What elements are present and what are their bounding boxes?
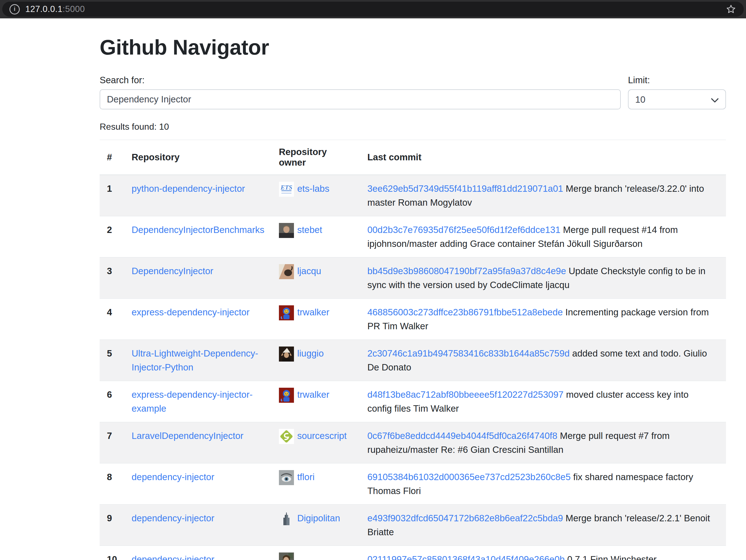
row-number: 5 [99, 340, 124, 381]
row-number: 2 [99, 216, 124, 258]
commit-hash-link[interactable]: 3ee629eb5d7349d55f41b119aff81dd219071a01 [367, 183, 564, 194]
table-row: 10dependency-injectorFinnWinchester02111… [99, 546, 726, 560]
owner-link[interactable]: liuggio [297, 348, 324, 358]
owner-link[interactable]: ljacqu [297, 266, 321, 276]
search-form: Search for: Limit: 10 [99, 75, 726, 109]
commit-hash-link[interactable]: 69105384b61032d000365ee737cd2523b260c8e5 [367, 472, 571, 482]
owner-link[interactable]: tflori [297, 472, 315, 482]
avatar-finnwinchester [279, 553, 294, 560]
commit-hash-link[interactable]: e493f9032dfcd65047172b682e8b6eaf22c5bda9 [367, 513, 563, 523]
table-row: 4express-dependency-injectortrwalker4688… [99, 299, 726, 340]
owner-link[interactable]: trwalker [297, 389, 329, 400]
commit-hash-link[interactable]: 468856003c273dffce23b86791fbbe512a8ebede [367, 307, 563, 317]
table-row: 3DependencyInjectorljacqubb45d9e3b986080… [99, 258, 726, 299]
table-row: 9dependency-injectorDigipolitane493f9032… [99, 505, 726, 546]
url-port: :5000 [63, 4, 85, 14]
commit-hash-link[interactable]: 2c30746c1a91b4947583416c833b1644a85c759d [367, 348, 570, 358]
repository-link[interactable]: DependencyInjector [132, 266, 213, 276]
limit-label: Limit: [628, 75, 726, 85]
col-header-repository: Repository [124, 140, 272, 175]
limit-select[interactable]: 10 [628, 89, 726, 109]
repository-link[interactable]: DependencyInjectorBenchmarks [132, 225, 264, 235]
row-number: 6 [99, 381, 124, 422]
repository-link[interactable]: LaravelDependencyInjector [132, 431, 243, 441]
col-header-owner: Repository owner [272, 140, 360, 175]
table-header-row: # Repository Repository owner Last commi… [99, 140, 726, 175]
table-row: 2DependencyInjectorBenchmarksstebet00d2b… [99, 216, 726, 258]
browser-chrome: i 127.0.0.1:5000 [0, 0, 746, 18]
owner-link[interactable]: ets-labs [297, 183, 329, 194]
commit-hash-link[interactable]: bb45d9e3b98608047190bf72a95fa9a37d8c4e9e [367, 266, 566, 276]
owner-link[interactable]: stebet [297, 225, 322, 235]
page-title: Github Navigator [99, 34, 726, 60]
avatar-stebet [279, 223, 294, 238]
commit-message: 0.7.1 Finn Winchester [565, 554, 657, 560]
avatar-liuggio [279, 347, 294, 361]
avatar-trwalker [279, 305, 294, 320]
repository-link[interactable]: dependency-injector [132, 554, 214, 560]
repository-link[interactable]: python-dependency-injector [132, 183, 245, 194]
avatar-tflori [279, 470, 294, 485]
col-header-number: # [99, 140, 124, 175]
search-label: Search for: [99, 75, 621, 85]
svg-text:ETS: ETS [280, 184, 292, 191]
url-host: 127.0.0.1 [25, 4, 63, 14]
row-number: 10 [99, 546, 124, 560]
row-number: 4 [99, 299, 124, 340]
avatar-sourcescript [279, 429, 294, 444]
repository-link[interactable]: dependency-injector [132, 472, 214, 482]
repository-link[interactable]: Ultra-Lightweight-Dependency-Injector-Py… [132, 348, 258, 373]
table-row: 1python-dependency-injectorETSets-labs3e… [99, 175, 726, 216]
owner-link[interactable]: trwalker [297, 307, 329, 317]
repository-link[interactable]: dependency-injector [132, 513, 214, 523]
repository-link[interactable]: express-dependency-injector-example [132, 389, 253, 414]
info-icon[interactable]: i [9, 4, 20, 14]
main-content: Github Navigator Search for: Limit: 10 R… [99, 34, 726, 560]
row-number: 9 [99, 505, 124, 546]
results-summary: Results found: 10 [99, 122, 726, 132]
commit-hash-link[interactable]: 00d2b3c7e76935d76f25ee50f6d1f2ef6ddce131 [367, 225, 561, 235]
commit-hash-link[interactable]: 02111997e57c85801368f43a10d45f409e266e0b [367, 554, 565, 560]
avatar-ljacqu [279, 264, 294, 279]
row-number: 3 [99, 258, 124, 299]
avatar-ets-labs: ETS [279, 182, 294, 197]
table-row: 6express-dependency-injector-exampletrwa… [99, 381, 726, 422]
row-number: 7 [99, 422, 124, 464]
row-number: 1 [99, 175, 124, 216]
commit-hash-link[interactable]: d48f13be8ac712abf80bbeeee5f120227d253097 [367, 389, 564, 400]
avatar-trwalker [279, 388, 294, 403]
address-bar[interactable]: i 127.0.0.1:5000 [2, 2, 744, 17]
url-text: 127.0.0.1:5000 [25, 4, 85, 14]
avatar-digipolitan [279, 511, 294, 526]
row-number: 8 [99, 464, 124, 505]
owner-link[interactable]: Digipolitan [297, 513, 340, 523]
repository-link[interactable]: express-dependency-injector [132, 307, 250, 317]
results-table: # Repository Repository owner Last commi… [99, 140, 726, 560]
star-icon[interactable] [725, 4, 737, 15]
search-input[interactable] [99, 89, 621, 109]
commit-hash-link[interactable]: 0c67f6be8eddcd4449eb4044f5df0ca26f4740f8 [367, 431, 557, 441]
owner-link[interactable]: sourcescript [297, 431, 347, 441]
col-header-last-commit: Last commit [360, 140, 726, 175]
table-row: 7LaravelDependencyInjectorsourcescript0c… [99, 422, 726, 464]
table-row: 8dependency-injectortflori69105384b61032… [99, 464, 726, 505]
table-row: 5Ultra-Lightweight-Dependency-Injector-P… [99, 340, 726, 381]
